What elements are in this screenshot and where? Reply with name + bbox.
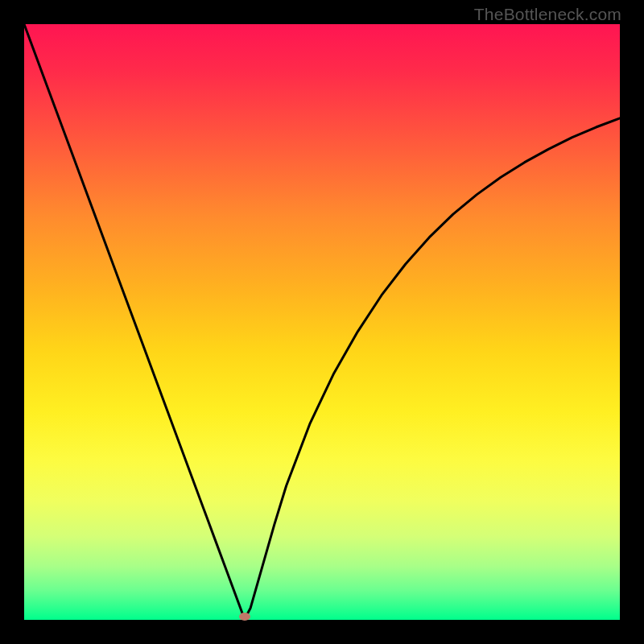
- curve-minimum-marker: [239, 613, 250, 621]
- watermark-text: TheBottleneck.com: [474, 5, 621, 24]
- chart-frame: TheBottleneck.com: [0, 0, 644, 644]
- plot-area: [24, 24, 620, 620]
- bottleneck-curve: [24, 24, 620, 620]
